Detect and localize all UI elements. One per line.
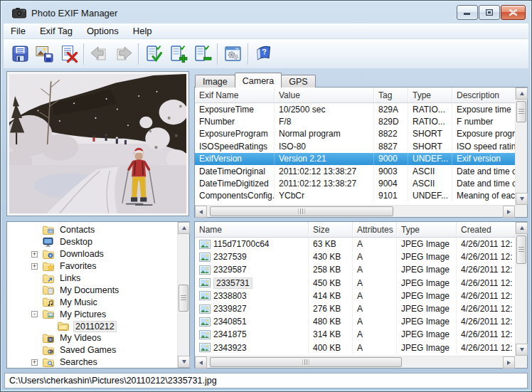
file-row[interactable]: 2338803414 KBAJPEG Image4/26/2011 12: [195,290,515,302]
exif-row[interactable]: ISOSpeedRatingsISO-808827SHORTISO speed … [195,140,515,152]
save-image-button[interactable] [32,42,56,66]
file-row[interactable]: 2335731450 KBAJPEG Image4/26/2011 12: [195,277,515,290]
minimize-button[interactable] [457,5,478,20]
tree-item-searches[interactable]: +Searches [7,356,177,368]
exif-horizontal-scrollbar[interactable] [195,205,515,217]
exif-cell: ExposureTime [195,103,275,115]
tree-vertical-scrollbar[interactable] [177,222,189,368]
exif-row[interactable]: ExifVersionVersion 2.219000UNDEF...Exif … [195,153,515,165]
exif-row[interactable]: ExposureProgramNormal program8822SHORTEx… [195,128,515,140]
tree-item-my-documents[interactable]: My Documents [7,284,177,296]
remove-tag-button[interactable] [190,42,214,66]
delete-list-button[interactable] [56,42,80,66]
toolbar-separator [248,43,248,65]
scroll-left-button[interactable] [195,206,207,218]
column-header-exif-name[interactable]: Exif Name [195,88,275,102]
close-button[interactable] [501,5,526,20]
tree-item-my-music[interactable]: My Music [7,296,177,308]
verify-list-button[interactable] [142,42,166,66]
exif-row[interactable]: DateTimeOriginal2011:02:12 13:38:279003A… [195,165,515,177]
tab-camera[interactable]: Camera [235,73,282,88]
scroll-up-button[interactable] [516,88,528,100]
tree-item-saved-games[interactable]: Saved Games [7,344,177,356]
expand-box-icon[interactable]: + [31,251,38,258]
file-cell: 4/26/2011 12: [457,250,515,263]
exif-cell: 2011:02:12 13:38:27 [275,165,374,177]
files-vertical-scrollbar[interactable] [515,222,527,356]
exif-cell: UNDEF... [408,153,452,165]
tree-item-20110212[interactable]: 20110212 [7,320,177,332]
column-header-description[interactable]: Description [452,88,515,102]
file-row[interactable]: 2343923400 KBAJPEG Image4/26/2011 12: [195,341,515,354]
column-header-value[interactable]: Value [275,88,374,102]
tree-item-downloads[interactable]: +Downloads [7,248,177,260]
menu-item-help[interactable]: Help [126,23,159,38]
column-header-size[interactable]: Size [309,222,353,237]
file-cell: 2335731 [195,277,309,290]
desktop-icon [42,237,55,248]
scroll-up-button[interactable] [516,222,528,234]
triangle-right-icon [507,210,513,214]
menu-item-file[interactable]: File [4,23,33,38]
tree-item-contacts[interactable]: Contacts [7,224,177,236]
save-button[interactable] [8,42,32,66]
file-row[interactable]: 2327539430 KBAJPEG Image4/26/2011 12: [195,250,515,263]
file-row[interactable]: 2329587258 KBAJPEG Image4/26/2011 12: [195,263,515,276]
exif-vertical-scrollbar[interactable] [515,88,527,205]
expand-box-icon[interactable]: + [31,263,38,270]
exif-cell: 2011:02:12 13:38:27 [275,177,374,189]
file-cell: 2329587 [195,263,309,276]
scroll-down-button[interactable] [516,344,528,356]
scrollbar-thumb[interactable] [210,357,402,367]
options-button[interactable] [220,42,245,66]
column-header-created[interactable]: Created [457,222,515,237]
column-header-tag[interactable]: Tag [374,88,408,102]
help-button[interactable]: ? [251,42,275,66]
exif-cell: RATIO... [408,103,452,115]
add-tag-button[interactable] [166,42,190,66]
tab-gps[interactable]: GPS [281,75,315,88]
file-cell: A [353,315,397,328]
exif-row[interactable]: ComponentsConfig...YCbCr9101UNDEF...Mean… [195,190,515,202]
triangle-right-icon [507,361,513,365]
scroll-down-button[interactable] [516,193,528,205]
menu-item-options[interactable]: Options [80,23,126,38]
statusbar: C:\Users\cherkashin\Pictures\20110212\23… [4,373,528,388]
scrollbar-thumb[interactable] [179,285,188,312]
exif-row[interactable]: DateTimeDigitized2011:02:12 13:38:279004… [195,177,515,189]
exif-row[interactable]: FNumberF/8829DRATIO...F number [195,115,515,127]
scroll-right-button[interactable] [503,206,515,218]
expand-box-icon[interactable]: + [31,359,38,366]
scrollbar-thumb[interactable] [516,101,526,122]
tree-item-label: My Music [58,297,99,307]
scrollbar-thumb[interactable] [210,206,393,216]
tab-image[interactable]: Image [195,75,235,88]
menu-item-exif-tag[interactable]: Exif Tag [33,23,80,38]
tree-item-links[interactable]: Links [7,272,177,285]
column-header-attributes[interactable]: Attributes [353,222,397,237]
maximize-button[interactable] [479,5,500,20]
collapse-box-icon[interactable]: - [31,311,38,317]
file-row[interactable]: 2341875314 KBAJPEG Image4/26/2011 12: [195,328,515,341]
files-horizontal-scrollbar[interactable] [195,356,515,368]
tree-item-favorites[interactable]: +Favorites [7,260,177,272]
column-header-type[interactable]: Type [397,222,457,237]
scrollbar-thumb[interactable] [516,235,526,264]
column-header-type[interactable]: Type [408,88,452,102]
scroll-down-button[interactable] [178,356,190,368]
exif-cell: 829A [374,103,408,115]
tree-item-desktop[interactable]: Desktop [7,236,177,248]
file-row[interactable]: 2339827276 KBAJPEG Image4/26/2011 12: [195,302,515,315]
scroll-left-button[interactable] [195,356,207,369]
file-cell: 314 KB [309,328,353,341]
file-cell: 2338803 [195,290,309,302]
tree-item-my-videos[interactable]: My Videos [7,332,177,344]
minimize-icon [464,9,471,16]
scroll-up-button[interactable] [178,222,190,234]
file-row[interactable]: 2340851480 KBAJPEG Image4/26/2011 12: [195,315,515,328]
file-row[interactable]: 115d71700c6463 KBAJPEG Image4/26/2011 12… [195,238,515,250]
column-header-name[interactable]: Name [195,222,309,237]
scroll-right-button[interactable] [503,356,515,369]
tree-item-my-pictures[interactable]: -My Pictures [7,308,177,320]
exif-row[interactable]: ExposureTime10/2500 sec829ARATIO...Expos… [195,103,515,115]
